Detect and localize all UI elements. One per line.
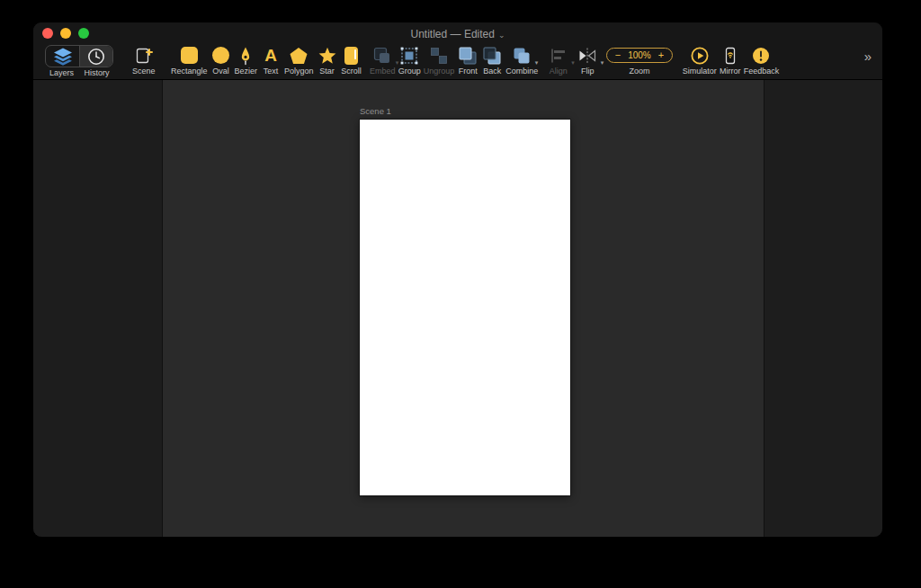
view-switcher-box <box>45 45 113 67</box>
send-to-back-icon <box>481 45 503 66</box>
right-panel <box>764 80 882 537</box>
toolbar: Layers History Scene Rectangle <box>33 42 882 79</box>
pentagon-icon <box>288 45 309 66</box>
toolbar-item-polygon[interactable]: Polygon <box>284 45 314 76</box>
titlebar[interactable]: Untitled — Edited⌄ <box>33 22 882 42</box>
ungroup-icon <box>428 45 450 66</box>
toolbar-item-combine[interactable]: ▾ Combine <box>505 45 538 76</box>
window-header: Untitled — Edited⌄ <box>33 22 882 80</box>
view-switcher: Layers History <box>44 45 114 77</box>
fullscreen-button[interactable] <box>78 28 89 39</box>
toolbar-item-scroll[interactable]: Scroll <box>341 45 362 76</box>
toolbar-item-oval[interactable]: Oval <box>210 45 232 76</box>
toolbar-item-group[interactable]: Group <box>398 45 421 76</box>
exclamation-circle-icon <box>750 45 772 66</box>
toolbar-overflow-button[interactable]: » <box>863 49 873 71</box>
toolbar-item-bezier[interactable]: Bezier <box>235 45 258 76</box>
zoom-out-button[interactable]: − <box>615 50 621 60</box>
clock-icon <box>86 47 106 67</box>
toolbar-item-scene[interactable]: Scene <box>132 45 156 76</box>
phone-mirror-icon <box>720 45 741 66</box>
toolbar-item-text[interactable]: A Text <box>260 45 282 76</box>
pen-nib-icon <box>235 45 256 66</box>
play-circle-icon <box>689 45 711 66</box>
group-icon <box>398 45 420 66</box>
scroll-icon <box>341 45 362 66</box>
bring-to-front-icon <box>457 45 478 66</box>
layers-icon <box>52 47 74 67</box>
window-title[interactable]: Untitled — Edited⌄ <box>33 22 882 40</box>
toolbar-item-align[interactable]: ▾ Align <box>548 45 569 76</box>
app-window: Untitled — Edited⌄ <box>32 22 883 538</box>
artboard[interactable] <box>360 120 570 495</box>
canvas[interactable]: Scene 1 <box>163 80 764 537</box>
toolbar-item-mirror[interactable]: Mirror <box>720 45 741 76</box>
left-panel <box>33 80 163 537</box>
traffic-lights <box>42 28 89 39</box>
close-button[interactable] <box>42 28 53 39</box>
toolbar-item-ungroup[interactable]: Ungroup <box>424 45 455 76</box>
toolbar-item-simulator[interactable]: Simulator <box>683 45 717 76</box>
oval-icon <box>210 45 232 66</box>
star-icon <box>317 45 338 66</box>
layers-button[interactable] <box>46 46 79 67</box>
combine-icon: ▾ <box>511 45 532 66</box>
flip-icon: ▾ <box>577 45 598 66</box>
chevron-down-icon: ▾ <box>535 59 539 66</box>
toolbar-item-feedback[interactable]: Feedback <box>744 45 780 76</box>
chevron-down-icon: ⌄ <box>498 31 505 40</box>
toolbar-item-embed[interactable]: ▾ Embed <box>370 45 396 76</box>
history-label: History <box>79 68 114 77</box>
history-button[interactable] <box>79 46 112 67</box>
minimize-button[interactable] <box>60 28 71 39</box>
toolbar-item-flip[interactable]: ▾ Flip <box>577 45 598 76</box>
toolbar-item-zoom: − 100% + Zoom <box>606 45 673 76</box>
zoom-control: − 100% + <box>606 45 673 66</box>
zoom-in-button[interactable]: + <box>658 50 664 60</box>
layers-label: Layers <box>44 68 79 77</box>
toolbar-item-back[interactable]: Back <box>481 45 503 76</box>
view-switcher-labels: Layers History <box>44 67 114 77</box>
align-icon: ▾ <box>548 45 569 66</box>
chevron-down-icon: ▾ <box>571 59 575 66</box>
zoom-value: 100% <box>628 50 651 60</box>
scene-group: Scene 1 <box>360 106 570 495</box>
content-area: Scene 1 <box>33 80 882 537</box>
toolbar-item-front[interactable]: Front <box>457 45 478 76</box>
scene-plus-icon <box>133 45 155 66</box>
embed-icon: ▾ <box>371 45 393 66</box>
chevron-down-icon: ▾ <box>601 59 604 66</box>
toolbar-item-rectangle[interactable]: Rectangle <box>171 45 208 76</box>
toolbar-item-star[interactable]: Star <box>317 45 338 76</box>
text-a-icon: A <box>260 45 282 66</box>
scene-label[interactable]: Scene 1 <box>360 106 570 116</box>
rectangle-icon <box>178 45 200 66</box>
